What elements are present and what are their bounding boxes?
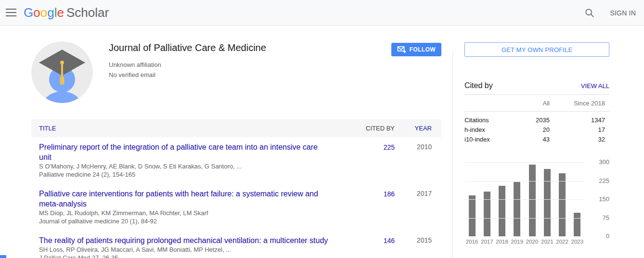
profile-info: Journal of Palliative Care & Medicine Un… [109,41,391,103]
chart-x-tick-label: 2022 [555,239,570,245]
logo-letter: o [40,5,47,20]
cited-by-columns: All Since 2018 [464,95,609,112]
publication-cited-by-cell: 186 [342,189,395,225]
view-all-link[interactable]: VIEW ALL [581,82,609,90]
scholar-avatar-icon [31,41,93,103]
profile-name: Journal of Palliative Care & Medicine [109,42,391,53]
google-logo-scholar: Scholar [66,5,109,20]
cited-by-metric-row: h-index2017 [464,125,609,135]
menu-icon[interactable] [0,2,22,23]
page-content: Journal of Palliative Care & Medicine Un… [0,26,644,258]
publication-title-link[interactable]: Palliative care interventions for patien… [39,189,332,209]
logo-letter: G [24,5,33,20]
chart-x-tick-label: 2018 [495,239,510,245]
cited-by-section: Cited by VIEW ALL All Since 2018 Citatio… [464,81,609,144]
google-logo-google: Google [24,5,64,20]
chart-x-tick-label: 2021 [540,239,554,245]
chart-bar-2020[interactable] [529,165,536,236]
chart-gridline [464,199,585,200]
cited-by-header: Cited by VIEW ALL [464,81,609,95]
chart-gridline [464,181,585,181]
publication-year: 2010 [395,142,441,179]
chart-bar-2018[interactable] [499,186,505,236]
chart-y-tick-label: 225 [588,177,609,185]
chart-x-tick-label: 2017 [479,239,494,245]
google-scholar-logo[interactable]: GoogleScholar [24,5,109,20]
chart-bar-2016[interactable] [469,195,476,236]
publication-title-link[interactable]: The reality of patients requiring prolon… [39,235,332,245]
publication-year: 2017 [395,189,441,225]
publication-title-link[interactable]: Preliminary report of the integration of… [39,142,332,162]
chart-x-tick-label: 2023 [570,239,585,245]
metric-value-all: 43 [521,135,550,144]
vertical-divider [452,51,453,258]
chart-y-tick-label: 150 [588,195,609,203]
chart-x-tick-label: 2016 [464,239,479,245]
chart-gridline [464,218,585,219]
publication-authors: S O'Mahony, J McHenry, AE Blank, D Snow,… [39,162,332,170]
logo-letter: g [47,5,54,20]
publication-venue: J Palliat Care Med 27, 26-35 [39,254,332,258]
follow-button-label: FOLLOW [410,46,436,53]
chart-x-tick-label: 2020 [525,239,540,245]
metric-label: h-index [464,125,521,135]
chart-bar-2022[interactable] [559,173,566,236]
cited-by-metric-row: Citations20351347 [464,116,609,125]
sidebar: GET MY OWN PROFILE Cited by VIEW ALL All… [464,41,609,258]
chart-y-tick-label: 0 [588,232,609,240]
metric-label: Citations [464,116,521,125]
column-header-year[interactable]: YEAR [395,125,441,132]
cited-by-count-link[interactable]: 225 [384,143,395,151]
publication-row: Preliminary report of the integration of… [31,137,441,184]
profile-column: Journal of Palliative Care & Medicine Un… [31,41,441,258]
chart-bar-2023[interactable] [574,213,580,236]
metric-value-since: 17 [550,125,609,135]
publication-cited-by-cell: 225 [342,142,395,179]
publications-table-header: TITLE CITED BY YEAR [31,119,441,137]
top-bar: GoogleScholar SIGN IN [0,0,644,26]
follow-button[interactable]: FOLLOW [391,43,441,56]
column-header-title[interactable]: TITLE [31,125,342,132]
cutoff-element-fragment [0,255,6,258]
chart-bar-2021[interactable] [544,169,551,236]
chart-gridline [464,162,585,163]
profile-email-status: No verified email [109,70,391,80]
metric-value-all: 2035 [521,116,550,125]
chart-bar-2019[interactable] [514,182,520,236]
column-header-all: All [521,100,550,107]
publication-venue: Journal of palliative medicine 20 (1), 8… [39,217,332,225]
cited-by-table-body: Citations20351347h-index2017i10-index433… [464,112,609,144]
logo-letter: e [57,5,64,20]
get-my-own-profile-button[interactable]: GET MY OWN PROFILE [464,42,609,57]
publication-authors: SH Loss, RP Oliveira, JG Maccari, A Savi… [39,245,332,254]
publication-venue: Palliative medicine 24 (2), 154-165 [39,170,332,179]
cited-by-count-link[interactable]: 186 [384,190,395,198]
chart-y-tick-label: 75 [588,214,609,222]
column-header-cited-by[interactable]: CITED BY [342,125,395,132]
cited-by-count-link[interactable]: 146 [384,237,395,245]
metric-value-since: 1347 [550,116,609,125]
cited-by-metric-row: i10-index4332 [464,135,609,144]
publication-main: Palliative care interventions for patien… [31,189,342,225]
profile-affiliation: Unknown affiliation [109,60,391,70]
metric-value-all: 20 [521,125,550,135]
citations-chart: 20162017201820192020202120222023 0751502… [464,162,609,245]
publications-list: Preliminary report of the integration of… [31,137,441,258]
publication-authors: MS Diop, JL Rudolph, KM Zimmerman, MA Ri… [39,209,332,217]
sign-in-link[interactable]: SIGN IN [610,9,636,17]
chart-bar-2017[interactable] [484,192,490,236]
top-bar-right: SIGN IN [584,0,636,26]
publication-main: Preliminary report of the integration of… [31,142,342,179]
chart-y-tick-label: 300 [588,158,609,166]
avatar[interactable] [31,41,93,103]
column-header-since-2018: Since 2018 [550,100,609,107]
follow-envelope-plus-icon [397,46,406,53]
publication-year: 2015 [395,235,441,258]
logo-letter: o [33,5,40,20]
publication-cited-by-cell: 146 [342,235,395,258]
citations-chart-x-labels: 20162017201820192020202120222023 [464,239,585,245]
publication-row: Palliative care interventions for patien… [31,184,441,231]
search-icon[interactable] [584,7,595,19]
citations-chart-plot [464,162,585,236]
publications-section: TITLE CITED BY YEAR Preliminary report o… [31,119,441,258]
